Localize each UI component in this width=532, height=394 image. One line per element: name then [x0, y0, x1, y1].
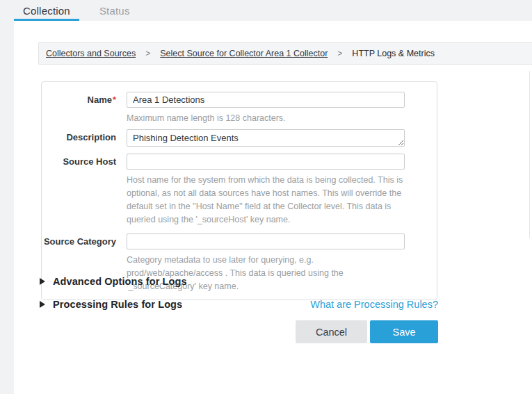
source-host-help-text: Host name for the system from which the … — [127, 174, 405, 227]
name-field-cell: Maximum name length is 128 characters. — [127, 92, 405, 125]
source-host-label: Source Host — [42, 154, 116, 227]
source-host-input[interactable] — [127, 154, 405, 170]
tab-status[interactable]: Status — [90, 0, 139, 21]
processing-rules-row: Processing Rules for Logs What are Proce… — [40, 297, 438, 311]
processing-rules-title: Processing Rules for Logs — [53, 299, 182, 310]
required-asterisk: * — [113, 95, 116, 105]
advanced-options-row: Advanced Options for Logs — [40, 274, 438, 288]
breadcrumb-select-source[interactable]: Select Source for Collector Area 1 Colle… — [160, 49, 328, 58]
tab-collection[interactable]: Collection — [14, 0, 79, 21]
breadcrumb: Collectors and Sources > Select Source f… — [38, 42, 532, 65]
breadcrumb-separator-icon: > — [145, 49, 150, 58]
source-host-field-row: Source Host Host name for the system fro… — [42, 154, 437, 227]
scroll-edge-divider — [529, 71, 530, 238]
name-label: Name* — [42, 92, 116, 125]
collapsible-sections: Advanced Options for Logs Processing Rul… — [40, 274, 438, 343]
tab-bar: Collection Status — [14, 0, 139, 21]
advanced-options-title: Advanced Options for Logs — [53, 276, 187, 287]
expand-arrow-icon — [40, 278, 45, 285]
what-are-processing-rules-link[interactable]: What are Processing Rules? — [310, 299, 438, 310]
source-category-input[interactable] — [127, 233, 405, 249]
source-host-field-cell: Host name for the system from which the … — [127, 154, 405, 227]
breadcrumb-collectors-and-sources[interactable]: Collectors and Sources — [46, 49, 136, 58]
name-label-text: Name — [88, 95, 112, 105]
description-field-cell: Phishing Detection Events — [127, 129, 405, 147]
description-textarea[interactable]: Phishing Detection Events — [127, 129, 405, 147]
name-help-text: Maximum name length is 128 characters. — [127, 112, 405, 125]
save-button[interactable]: Save — [370, 320, 438, 343]
processing-rules-toggle[interactable]: Processing Rules for Logs — [40, 299, 182, 310]
description-field-row: Description Phishing Detection Events — [42, 129, 437, 147]
cancel-button[interactable]: Cancel — [296, 320, 367, 343]
name-input[interactable] — [127, 92, 405, 108]
advanced-options-toggle[interactable]: Advanced Options for Logs — [40, 276, 187, 287]
source-config-panel: Name* Maximum name length is 128 charact… — [41, 81, 437, 300]
expand-arrow-icon — [40, 301, 45, 308]
name-field-row: Name* Maximum name length is 128 charact… — [42, 92, 437, 125]
breadcrumb-separator-icon: > — [337, 49, 342, 58]
breadcrumb-current-page: HTTP Logs & Metrics — [352, 49, 435, 58]
form-actions: Cancel Save — [40, 320, 438, 343]
description-label: Description — [42, 129, 116, 147]
left-gutter — [0, 0, 14, 394]
